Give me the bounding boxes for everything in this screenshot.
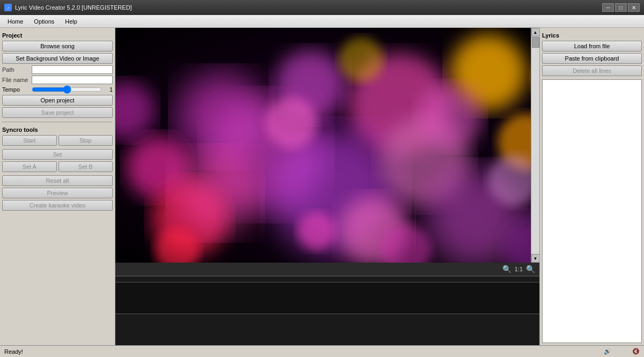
tempo-slider[interactable] [32, 86, 102, 93]
scroll-thumb[interactable] [532, 37, 539, 48]
create-karaoke-button[interactable]: Create karaoke video [2, 200, 113, 211]
path-input[interactable] [32, 65, 113, 74]
zoom-bar: 🔍 1:1 🔍 [115, 263, 539, 276]
lyrics-section-header: Lyrics [542, 32, 642, 39]
path-row: Path [2, 65, 113, 74]
mute-icon[interactable]: 🔇 [632, 348, 640, 355]
set-a-button[interactable]: Set A [2, 161, 57, 172]
zoom-in-button[interactable]: 🔍 [526, 265, 535, 273]
svg-point-20 [298, 212, 336, 250]
scroll-track[interactable] [531, 36, 539, 254]
timeline-track [115, 282, 539, 314]
svg-point-13 [266, 98, 317, 148]
menu-options[interactable]: Options [28, 17, 60, 26]
tempo-label: Tempo [2, 86, 32, 93]
volume-icon: 🔊 [604, 348, 611, 355]
browse-song-button[interactable]: Browse song [2, 41, 113, 51]
delete-all-lines-button[interactable]: Delete all lines [542, 65, 642, 76]
filename-input[interactable] [32, 76, 113, 84]
lyrics-text-area[interactable] [542, 79, 642, 343]
scrollbar-right: ▲ ▼ [531, 28, 539, 263]
tempo-value: 1 [102, 86, 113, 93]
filename-label: File name [2, 77, 32, 83]
save-project-button[interactable]: Save project [2, 107, 113, 118]
right-panel: Lyrics Load from file Paste from clipboa… [539, 28, 644, 345]
titlebar: ♪ Lyric Video Creator 5.2.0 [UNREGISTERE… [0, 0, 644, 15]
bottom-right: 🔊 7.9N 🔇 [604, 348, 640, 355]
minimize-button[interactable]: ─ [602, 3, 614, 12]
project-section-header: Project [2, 32, 113, 39]
set-ab-row: Set A Set B [2, 161, 113, 174]
set-background-button[interactable]: Set Background Video or Image [2, 53, 113, 64]
menu-home[interactable]: Home [2, 17, 28, 26]
menu-help[interactable]: Help [60, 17, 83, 26]
maximize-button[interactable]: □ [615, 3, 627, 12]
reset-all-button[interactable]: Reset all [2, 175, 113, 186]
scroll-down-button[interactable]: ▼ [531, 254, 540, 263]
bottom-bar: Ready! 🔊 7.9N 🔇 [0, 345, 644, 357]
video-row: ▲ ▼ [115, 28, 539, 263]
svg-point-19 [174, 152, 257, 234]
svg-point-14 [419, 85, 482, 148]
set-button[interactable]: Set [2, 149, 113, 160]
stop-button[interactable]: Stop [58, 135, 113, 146]
status-text: Ready! [4, 348, 23, 355]
paste-from-clipboard-button[interactable]: Paste from clipboard [542, 53, 642, 64]
preview-button[interactable]: Preview [2, 188, 113, 198]
close-button[interactable]: ✕ [628, 3, 640, 12]
volume-value: 7.9N [616, 348, 628, 355]
tempo-row: Tempo 1 [2, 86, 113, 93]
divider-1 [2, 122, 113, 122]
app-icon: ♪ [4, 4, 12, 11]
start-stop-row: Start Stop [2, 135, 113, 147]
center-area: ▲ ▼ 🔍 1:1 🔍 [115, 28, 539, 345]
video-canvas [115, 28, 531, 263]
video-area [115, 28, 531, 263]
menubar: Home Options Help [0, 15, 644, 28]
titlebar-left: ♪ Lyric Video Creator 5.2.0 [UNREGISTERE… [4, 4, 132, 11]
svg-point-17 [339, 38, 384, 82]
set-b-button[interactable]: Set B [58, 161, 113, 172]
timeline-area[interactable] [115, 276, 539, 345]
zoom-out-button[interactable]: 🔍 [502, 265, 511, 273]
titlebar-title: Lyric Video Creator 5.2.0 [UNREGISTERED] [15, 4, 132, 11]
main-layout: Project Browse song Set Background Video… [0, 28, 644, 345]
load-from-file-button[interactable]: Load from file [542, 41, 642, 51]
left-panel: Project Browse song Set Background Video… [0, 28, 115, 345]
syncro-section-header: Syncro tools [2, 127, 113, 133]
filename-row: File name [2, 76, 113, 84]
start-button[interactable]: Start [2, 135, 57, 146]
path-label: Path [2, 66, 32, 73]
scroll-up-button[interactable]: ▲ [531, 28, 540, 36]
titlebar-controls: ─ □ ✕ [602, 3, 640, 12]
open-project-button[interactable]: Open project [2, 95, 113, 106]
zoom-level: 1:1 [515, 266, 523, 272]
